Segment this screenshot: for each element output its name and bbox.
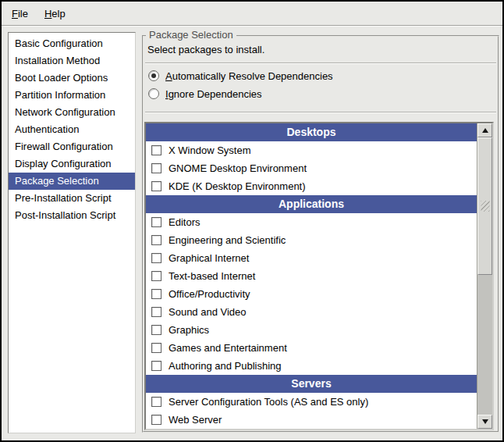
sidebar-item-display-configuration[interactable]: Display Configuration: [9, 155, 135, 173]
checkbox-icon[interactable]: [151, 325, 161, 335]
pkg-label: Web Server: [169, 414, 222, 426]
scroll-down-icon: [482, 419, 488, 424]
radio-button-icon[interactable]: [148, 88, 159, 99]
scroll-up-icon: [482, 128, 488, 133]
pkg-label: Graphics: [169, 324, 209, 336]
menu-help-label: elp: [51, 8, 65, 20]
group-title: Package Selection: [146, 29, 236, 41]
pkg-row-authoring-publishing[interactable]: Authoring and Publishing: [146, 357, 477, 375]
checkbox-icon[interactable]: [151, 181, 161, 191]
sidebar-item-pre-installation-script[interactable]: Pre-Installation Script: [9, 190, 135, 207]
radio-resolve-dependencies[interactable]: Automatically Resolve Dependencies: [148, 69, 333, 83]
radio-ignore-dependencies[interactable]: Ignore Dependencies: [148, 87, 262, 101]
pkg-row-sound-and-video[interactable]: Sound and Video: [146, 303, 477, 321]
pkg-label: Engineering and Scientific: [169, 234, 286, 246]
sidebar-nav: Basic Configuration Installation Method …: [8, 32, 136, 433]
separator: [145, 62, 496, 64]
menu-file-mnemonic: F: [12, 8, 18, 20]
checkbox-icon[interactable]: [151, 253, 161, 263]
section-header-desktops: Desktops: [146, 123, 477, 141]
pkg-label: Authoring and Publishing: [169, 360, 282, 372]
sidebar-item-installation-method[interactable]: Installation Method: [9, 52, 135, 70]
pkg-row-text-based-internet[interactable]: Text-based Internet: [146, 267, 477, 285]
pkg-row-web-server[interactable]: Web Server: [146, 411, 477, 429]
package-list-rows: Desktops X Window System GNOME Desktop E…: [146, 123, 477, 429]
sidebar-item-authentication[interactable]: Authentication: [9, 121, 135, 138]
checkbox-icon[interactable]: [151, 289, 161, 299]
checkbox-icon[interactable]: [151, 145, 161, 155]
pkg-row-graphical-internet[interactable]: Graphical Internet: [146, 249, 477, 267]
pkg-label: Editors: [169, 216, 200, 228]
scroll-up-button[interactable]: [477, 123, 492, 137]
pkg-row-server-configuration-tools[interactable]: Server Configuration Tools (AS and ES on…: [146, 393, 477, 411]
pkg-row-gnome-desktop[interactable]: GNOME Desktop Environment: [146, 159, 477, 177]
checkbox-icon[interactable]: [151, 361, 161, 371]
checkbox-icon[interactable]: [151, 235, 161, 245]
radio-ignore-label: Ignore Dependencies: [165, 88, 262, 100]
menu-help[interactable]: Help: [42, 6, 68, 21]
sidebar-item-firewall-configuration[interactable]: Firewall Configuration: [9, 138, 135, 155]
separator: [145, 112, 496, 113]
pkg-label: KDE (K Desktop Environment): [169, 180, 306, 192]
checkbox-icon[interactable]: [151, 397, 161, 407]
section-header-servers: Servers: [146, 375, 477, 393]
menu-help-mnemonic: H: [44, 8, 51, 20]
pkg-row-graphics[interactable]: Graphics: [146, 321, 477, 339]
pkg-label: X Window System: [169, 144, 250, 156]
sidebar-item-post-installation-script[interactable]: Post-Installation Script: [9, 207, 135, 224]
scrollbar-track[interactable]: [477, 275, 492, 415]
pkg-label: Office/Productivity: [169, 288, 250, 300]
pkg-label: GNOME Desktop Environment: [169, 162, 307, 174]
checkbox-icon[interactable]: [151, 307, 161, 317]
checkbox-icon[interactable]: [151, 163, 161, 173]
checkbox-icon[interactable]: [151, 271, 161, 281]
menu-file[interactable]: File: [9, 6, 30, 21]
sidebar-item-boot-loader-options[interactable]: Boot Loader Options: [9, 70, 135, 87]
menu-bar: File Help: [2, 2, 502, 26]
package-selection-group: Package Selection Select packages to ins…: [142, 35, 499, 433]
radio-button-icon[interactable]: [148, 70, 159, 81]
package-list: Desktops X Window System GNOME Desktop E…: [144, 122, 494, 430]
sidebar-item-basic-configuration[interactable]: Basic Configuration: [9, 35, 135, 52]
scroll-down-button[interactable]: [477, 415, 492, 429]
pkg-row-kde-desktop[interactable]: KDE (K Desktop Environment): [146, 177, 477, 195]
instruction-text: Select packages to install.: [147, 44, 264, 55]
section-header-applications: Applications: [146, 195, 477, 213]
pkg-label: Sound and Video: [169, 306, 247, 318]
sidebar-item-package-selection[interactable]: Package Selection: [9, 173, 135, 190]
checkbox-icon[interactable]: [151, 343, 161, 353]
menu-file-label: ile: [18, 8, 28, 20]
vertical-scrollbar[interactable]: [477, 123, 492, 429]
pkg-label: Graphical Internet: [169, 252, 249, 264]
checkbox-icon[interactable]: [151, 415, 161, 425]
sidebar-item-network-configuration[interactable]: Network Configuration: [9, 104, 135, 121]
pkg-row-x-window-system[interactable]: X Window System: [146, 141, 477, 159]
pkg-label: Text-based Internet: [169, 270, 255, 282]
pkg-row-engineering-scientific[interactable]: Engineering and Scientific: [146, 231, 477, 249]
pkg-row-office-productivity[interactable]: Office/Productivity: [146, 285, 477, 303]
scrollbar-thumb[interactable]: [477, 137, 492, 275]
pkg-row-games-entertainment[interactable]: Games and Entertainment: [146, 339, 477, 357]
kickstart-configurator-window: File Help Basic Configuration Installati…: [0, 0, 504, 442]
pkg-label: Server Configuration Tools (AS and ES on…: [169, 396, 368, 408]
radio-resolve-label: Automatically Resolve Dependencies: [165, 70, 333, 82]
pkg-label: Games and Entertainment: [169, 342, 287, 354]
checkbox-icon[interactable]: [151, 217, 161, 227]
sidebar-item-partition-information[interactable]: Partition Information: [9, 87, 135, 104]
pkg-row-editors[interactable]: Editors: [146, 213, 477, 231]
